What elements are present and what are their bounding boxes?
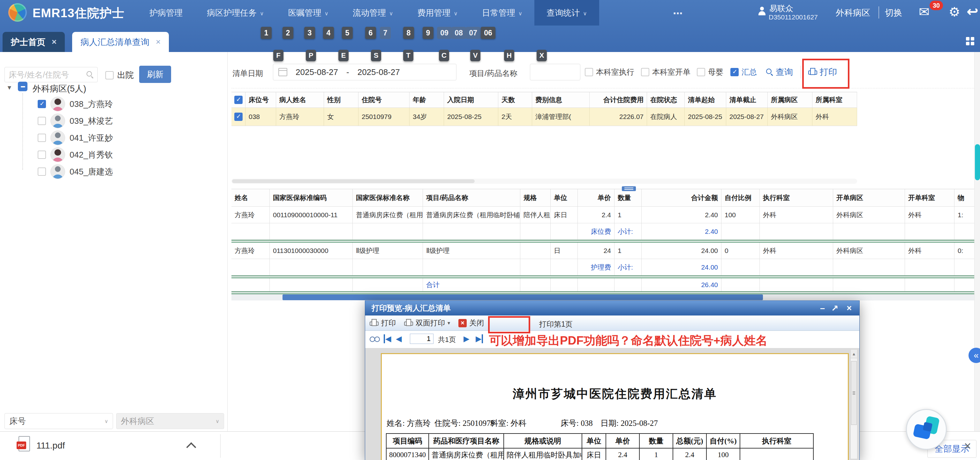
checkbox[interactable] — [585, 68, 593, 76]
hotkey-letter-P[interactable]: P — [306, 50, 316, 61]
menu-item-医嘱管理[interactable]: 医嘱管理∨ — [276, 0, 340, 25]
patient-search-input[interactable]: 床号/姓名/住院号 — [5, 67, 98, 82]
patient-checkbox[interactable] — [38, 168, 46, 176]
date-to-value[interactable]: 2025-08-27 — [358, 67, 400, 77]
ward-checkbox-indeterminate[interactable] — [18, 82, 27, 91]
item-name-input[interactable] — [530, 64, 580, 80]
more-menu-button[interactable]: ⋯ — [673, 8, 683, 19]
dialog-print-button[interactable]: 打印 — [370, 318, 396, 328]
select-all-checkbox[interactable] — [234, 96, 243, 104]
hotkey-number-3[interactable]: 3 — [304, 27, 315, 39]
dialog-close-button[interactable]: × 关闭 — [458, 318, 484, 328]
charge-table-data-row[interactable]: 方燕玲011301000030000Ⅱ级护理Ⅱ级护理日24124.000外科外科… — [231, 243, 974, 259]
hotkey-number-2[interactable]: 2 — [283, 27, 293, 39]
menu-item-费用管理[interactable]: 费用管理∨ — [405, 0, 469, 25]
close-icon[interactable]: × — [846, 303, 852, 313]
checkbox[interactable] — [697, 68, 705, 76]
dialog-title-bar[interactable]: 打印预览-病人汇总清单 — [365, 301, 859, 316]
discharge-filter[interactable]: 出院 — [105, 70, 134, 81]
grid-layout-icon[interactable] — [966, 37, 974, 45]
close-icon[interactable]: × — [52, 37, 57, 47]
hotkey-number-09[interactable]: 09 — [437, 27, 452, 39]
duplex-print-button[interactable]: 双面打印 ▾ — [404, 318, 450, 328]
patient-table-hscrollbar[interactable] — [231, 179, 857, 184]
date-from-value[interactable]: 2025-08-27 — [296, 67, 338, 77]
tab-patient-summary-query[interactable]: 病人汇总清单查询 × — [72, 32, 169, 52]
last-page-icon[interactable]: ▶ — [476, 334, 483, 343]
menu-item-日常管理[interactable]: 日常管理∨ — [470, 0, 535, 25]
find-icon[interactable] — [370, 335, 380, 343]
query-button[interactable]: 查询 — [766, 67, 793, 78]
hotkey-letter-S[interactable]: S — [371, 50, 381, 61]
dialog-vertical-scrollbar[interactable]: ▲ — [850, 349, 858, 459]
menu-item-护病管理[interactable]: 护病管理 — [137, 0, 195, 25]
downloaded-file-name[interactable]: 111.pdf — [37, 441, 65, 451]
mail-icon[interactable]: ✉ — [919, 5, 929, 19]
filter-check-本科室执行[interactable]: 本科室执行 — [585, 67, 634, 77]
tree-root-ward[interactable]: 外科病区(5人) — [33, 83, 86, 94]
scrollbar-thumb[interactable] — [232, 179, 475, 183]
hotkey-number-1[interactable]: 1 — [261, 27, 272, 39]
hotkey-number-08[interactable]: 08 — [451, 27, 466, 39]
filter-check-汇总[interactable]: 汇总 — [730, 67, 757, 77]
hotkey-number-6[interactable]: 6 — [365, 27, 376, 39]
switch-ward-button[interactable]: 切换 — [885, 7, 902, 19]
patient-tree-item-038_方燕玲[interactable]: 038_方燕玲 — [38, 97, 113, 111]
patient-tree-item-045_唐建选[interactable]: 045_唐建选 — [38, 164, 113, 179]
patient-tree-item-041_许亚妙[interactable]: 041_许亚妙 — [38, 130, 113, 145]
scrollbar-thumb[interactable] — [851, 361, 857, 425]
patient-tree-item-042_肖秀钦[interactable]: 042_肖秀钦 — [38, 148, 113, 162]
user-name[interactable]: 易联众 — [769, 3, 793, 14]
gear-icon[interactable]: ⚙ — [949, 5, 960, 19]
minimize-icon[interactable]: – — [820, 303, 825, 313]
collapse-panel-button[interactable]: « — [969, 348, 980, 363]
hotkey-number-5[interactable]: 5 — [342, 27, 353, 39]
patient-tree-item-039_林浚艺[interactable]: 039_林浚艺 — [38, 114, 113, 128]
first-page-icon[interactable]: ◀ — [384, 334, 391, 343]
tab-nurse-home[interactable]: 护士首页 × — [3, 32, 65, 52]
grid-splitter-handle[interactable] — [622, 186, 636, 191]
hotkey-number-06[interactable]: 06 — [481, 27, 495, 39]
back-icon[interactable]: ↩ — [967, 3, 978, 19]
scroll-up-icon[interactable]: ▲ — [851, 350, 857, 358]
checkbox[interactable] — [730, 68, 739, 76]
scrollbar-thumb[interactable] — [975, 144, 980, 180]
hotkey-letter-T[interactable]: T — [403, 50, 414, 61]
chevron-up-icon[interactable] — [186, 442, 196, 452]
row-checkbox[interactable] — [234, 113, 243, 121]
hotkey-letter-C[interactable]: C — [439, 50, 449, 61]
filter-check-母婴[interactable]: 母婴 — [697, 67, 723, 77]
patient-checkbox[interactable] — [38, 117, 46, 125]
hotkey-number-07[interactable]: 07 — [466, 27, 480, 39]
tree-expander-icon[interactable]: ▼ — [6, 84, 13, 91]
hotkey-letter-F[interactable]: F — [273, 50, 283, 61]
menu-item-流动管理[interactable]: 流动管理∨ — [340, 0, 405, 25]
popout-icon[interactable]: ↗ — [831, 303, 838, 314]
menu-item-病区护理任务[interactable]: 病区护理任务∨ — [195, 0, 276, 25]
refresh-button[interactable]: 刷新 — [139, 66, 171, 83]
hotkey-letter-X[interactable]: X — [537, 50, 547, 61]
hotkey-number-9[interactable]: 9 — [423, 27, 433, 39]
patient-checkbox[interactable] — [38, 100, 46, 108]
hotkey-letter-H[interactable]: H — [504, 50, 514, 61]
hotkey-number-4[interactable]: 4 — [323, 27, 334, 39]
hotkey-letter-E[interactable]: E — [338, 50, 348, 61]
menu-item-查询统计[interactable]: 查询统计∨ — [535, 0, 599, 25]
close-icon[interactable]: × — [156, 37, 161, 47]
discharge-checkbox[interactable] — [105, 71, 114, 79]
checkbox[interactable] — [641, 68, 649, 76]
patient-checkbox[interactable] — [38, 151, 46, 159]
next-page-icon[interactable]: ▶ — [463, 334, 469, 343]
charge-table-data-row[interactable]: 方燕玲001109000010000-11普通病房床位费（租用普通病房床位费（租… — [231, 207, 974, 223]
date-range-input[interactable]: 2025-08-27 - 2025-08-27 — [273, 64, 457, 80]
hotkey-letter-V[interactable]: V — [470, 50, 480, 61]
bed-filter-select[interactable]: 床号 ∨ — [5, 413, 113, 429]
hotkey-number-7[interactable]: 7 — [380, 27, 391, 39]
patient-table-row[interactable]: 038方燕玲女2501097934岁2025-08-252天漳浦管理部(2226… — [231, 108, 857, 126]
dropdown-icon[interactable]: ▾ — [447, 320, 450, 326]
todesk-floating-logo[interactable] — [906, 409, 947, 450]
charge-table-hscrollbar[interactable] — [231, 294, 974, 300]
filter-check-本科室开单[interactable]: 本科室开单 — [641, 67, 690, 77]
patient-checkbox[interactable] — [38, 134, 46, 142]
page-number-input[interactable] — [410, 334, 433, 344]
